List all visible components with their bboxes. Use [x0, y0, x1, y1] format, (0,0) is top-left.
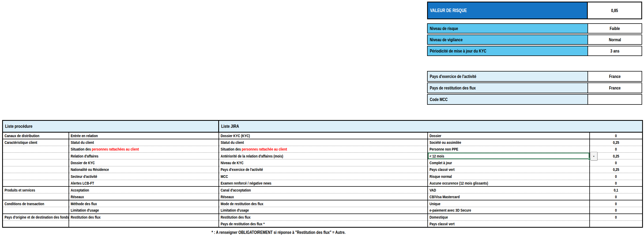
category-cell[interactable]: [3, 193, 69, 200]
table-row: Canaux de distributionEntrée en relation…: [3, 132, 643, 139]
category-cell[interactable]: Caractéristique client: [3, 139, 69, 146]
alert-text: personnes rattachées au client: [92, 147, 139, 151]
cell-text: Antériorité de la relation d'affaires (m…: [221, 154, 283, 158]
activity-country-row: Pays d'exercice de l'activité France: [427, 71, 642, 82]
score-cell[interactable]: [590, 220, 643, 227]
score-cell[interactable]: 0,25: [590, 153, 643, 159]
procedure-cell[interactable]: Limitation d'usage: [69, 207, 219, 213]
score-cell[interactable]: 0: [590, 132, 643, 139]
vigilance-level-cell[interactable]: Normal: [588, 35, 642, 44]
answer-cell[interactable]: e-paiement avec 3D Secure: [428, 207, 590, 213]
kyc-update-cell[interactable]: 3 ans: [588, 46, 642, 55]
text-segment: Niveau de KYC: [221, 160, 243, 165]
category-cell[interactable]: [3, 166, 69, 173]
category-cell[interactable]: Conditions de transaction: [3, 200, 69, 207]
jira-cell[interactable]: Dossier KYC (KYC): [219, 132, 428, 139]
jira-cell[interactable]: Limitation d'usage: [219, 207, 428, 213]
procedure-cell[interactable]: Restitution des flux: [69, 214, 219, 220]
text-segment: Conditions de transaction: [5, 201, 44, 206]
risk-level-cell[interactable]: Faible: [588, 24, 642, 33]
answer-cell[interactable]: Complet à jour: [428, 159, 590, 166]
cell-text: Dossier KYC (KYC): [221, 133, 250, 138]
jira-cell[interactable]: Canal d'acceptation: [219, 186, 428, 193]
cell-text: Pays d'exercice de l'activité: [430, 74, 476, 79]
category-cell[interactable]: [3, 173, 69, 180]
answer-cell[interactable]: Personne non PPE: [428, 146, 590, 152]
answer-cell[interactable]: Risque normal: [428, 173, 590, 180]
table-row: Pays de restitution des flux *Pays class…: [3, 220, 643, 227]
jira-cell[interactable]: Niveau de KYC: [219, 159, 428, 166]
procedure-cell[interactable]: Dossier de KYC: [69, 159, 219, 166]
answer-cell[interactable]: Unique: [428, 200, 590, 207]
procedure-cell[interactable]: [69, 220, 219, 227]
score-cell[interactable]: 0: [590, 200, 643, 207]
score-cell[interactable]: 0,25: [590, 139, 643, 146]
answer-cell[interactable]: Pays classé vert: [428, 220, 590, 227]
category-cell[interactable]: [3, 207, 69, 213]
answer-cell[interactable]: VAD: [428, 186, 590, 193]
dropdown-button[interactable]: ▼: [590, 152, 597, 160]
cell-text: Limitation d'usage: [71, 208, 99, 212]
jira-cell[interactable]: Restitution des flux: [219, 214, 428, 220]
jira-cell[interactable]: Pays d'exercice de l'activité: [219, 166, 428, 173]
category-cell[interactable]: [3, 220, 69, 227]
score-cell[interactable]: 0: [590, 214, 643, 220]
answer-cell[interactable]: Domestique: [428, 214, 590, 220]
score-cell[interactable]: 0: [590, 173, 643, 180]
text-segment: Statut du client: [71, 140, 94, 145]
answer-cell[interactable]: Société ou assimilée: [428, 139, 590, 146]
fill-handle[interactable]: [588, 158, 590, 160]
text-segment: 0: [615, 160, 617, 165]
answer-cell[interactable]: Aucune occurence (12 mois glissants): [428, 180, 590, 186]
alert-text: personnes rattachée au client: [242, 147, 287, 151]
risk-value-cell[interactable]: 0,85: [588, 2, 641, 18]
jira-cell[interactable]: Antériorité de la relation d'affaires (m…: [219, 153, 428, 159]
procedure-cell[interactable]: Relation d'affaires: [69, 153, 219, 159]
jira-cell[interactable]: Mode de restitution des flux: [219, 200, 428, 207]
procedure-cell[interactable]: Réseaux: [69, 193, 219, 200]
answer-cell[interactable]: CB/Visa Mastercard: [428, 193, 590, 200]
text-segment: Pays d'exercice de l'activité: [221, 167, 263, 172]
table-row: Situation des personnes rattachées au cl…: [3, 146, 643, 152]
text-segment: Société ou assimilée: [430, 140, 461, 145]
flux-country-cell[interactable]: France: [588, 83, 642, 93]
criteria-table-body: Canaux de distributionEntrée en relation…: [3, 132, 643, 227]
score-cell[interactable]: 0: [590, 193, 643, 200]
score-cell[interactable]: 0: [590, 159, 643, 166]
procedure-cell[interactable]: Statut du client: [69, 139, 219, 146]
jira-cell[interactable]: Réseaux: [219, 193, 428, 200]
procedure-cell[interactable]: Secteur d'activité: [69, 173, 219, 180]
mcc-code-cell[interactable]: [588, 95, 642, 104]
score-cell[interactable]: 0,1: [590, 186, 643, 193]
score-cell[interactable]: 0: [590, 146, 643, 152]
answer-cell[interactable]: Dossier: [428, 132, 590, 139]
procedure-cell[interactable]: Situation des personnes rattachées au cl…: [69, 146, 219, 152]
jira-cell[interactable]: Pays de restitution des flux *: [219, 220, 428, 227]
category-cell[interactable]: Pays d'origine et de destination des fon…: [3, 214, 69, 220]
score-cell[interactable]: 0: [590, 207, 643, 213]
category-cell[interactable]: [3, 159, 69, 166]
procedure-cell[interactable]: Méthode des flux: [69, 200, 219, 207]
procedure-cell[interactable]: Nationalité ou Résidence: [69, 166, 219, 173]
procedure-cell[interactable]: Alertes LCB-FT: [69, 180, 219, 186]
answer-cell[interactable]: < 12 mois▼: [428, 153, 590, 159]
cell-text: 0: [615, 201, 617, 206]
procedure-cell[interactable]: Entrée en relation: [69, 132, 219, 139]
jira-cell[interactable]: Situation des personnes rattachée au cli…: [219, 146, 428, 152]
jira-cell[interactable]: MCC: [219, 173, 428, 180]
category-cell[interactable]: Produits et services: [3, 186, 69, 193]
score-cell[interactable]: 0: [590, 180, 643, 186]
cell-text: Acceptation: [71, 188, 89, 192]
answer-cell[interactable]: Pays classé vert: [428, 166, 590, 173]
vigilance-level-row: Niveau de vigilance Normal: [427, 35, 642, 45]
procedure-cell[interactable]: Acceptation: [69, 186, 219, 193]
category-cell[interactable]: Canaux de distribution: [3, 132, 69, 139]
jira-cell[interactable]: Statut du client: [219, 139, 428, 146]
activity-country-cell[interactable]: France: [588, 72, 642, 81]
score-cell[interactable]: 0,25: [590, 166, 643, 173]
category-cell[interactable]: [3, 153, 69, 159]
cell-text: e-paiement avec 3D Secure: [430, 208, 471, 212]
jira-cell[interactable]: Examen renforcé / négative news: [219, 180, 428, 186]
category-cell[interactable]: [3, 146, 69, 152]
category-cell[interactable]: [3, 180, 69, 186]
